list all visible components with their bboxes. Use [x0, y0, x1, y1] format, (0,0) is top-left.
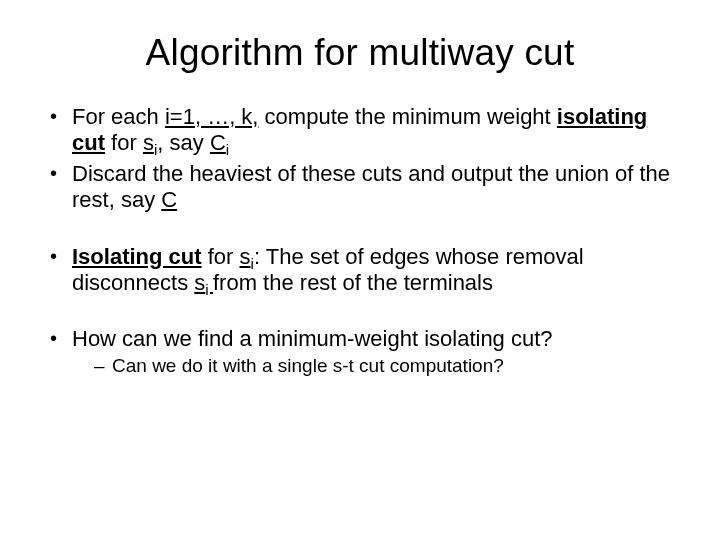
slide-title: Algorithm for multiway cut — [40, 32, 680, 74]
bullet-list: For each i=1, …, k, compute the minimum … — [40, 104, 680, 214]
bullet-2: Discard the heaviest of these cuts and o… — [50, 161, 680, 214]
bullet-list-3: How can we find a minimum-weight isolati… — [40, 326, 680, 377]
bullet-list-2: Isolating cut for si: The set of edges w… — [40, 244, 680, 297]
bullet-1: For each i=1, …, k, compute the minimum … — [50, 104, 680, 157]
slide: Algorithm for multiway cut For each i=1,… — [0, 0, 720, 540]
sub-bullet-1: Can we do it with a single s-t cut compu… — [94, 355, 680, 378]
bullet-3: Isolating cut for si: The set of edges w… — [50, 244, 680, 297]
sub-list: Can we do it with a single s-t cut compu… — [72, 355, 680, 378]
bullet-4: How can we find a minimum-weight isolati… — [50, 326, 680, 377]
